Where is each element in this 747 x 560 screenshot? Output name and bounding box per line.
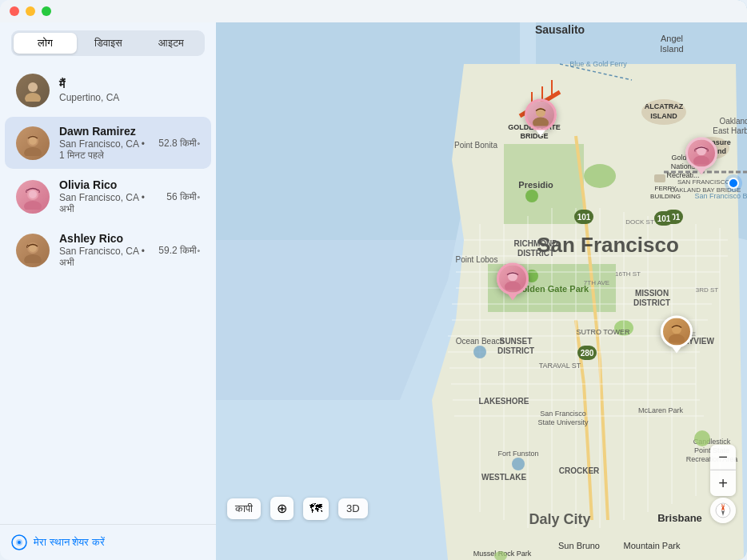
person-location-olivia: San Francisco, CA • अभी (59, 192, 160, 214)
map-pin-me[interactable] (497, 263, 529, 301)
zoom-in-button[interactable]: + (710, 470, 736, 496)
svg-text:7TH AVE: 7TH AVE (584, 279, 609, 286)
svg-text:DISTRICT: DISTRICT (633, 298, 670, 307)
svg-point-116 (533, 118, 549, 126)
svg-point-90 (512, 458, 525, 470)
maximize-button[interactable] (42, 6, 51, 16)
person-item-dawn[interactable]: Dawn Ramirez San Francisco, CA • 1 मिनट … (5, 117, 211, 169)
zoom-out-button[interactable]: − (710, 445, 736, 470)
svg-point-86 (473, 346, 486, 358)
map-type-button[interactable]: 🗺 (303, 498, 329, 520)
person-item-olivia[interactable]: Olivia Rico San Francisco, CA • अभी 56 क… (5, 170, 211, 222)
svg-text:SAN FRANCISCO–: SAN FRANCISCO– (677, 178, 734, 186)
svg-text:Sun Bruno: Sun Bruno (558, 541, 600, 550)
person-info-dawn: Dawn Ramirez San Francisco, CA • 1 मिनट … (59, 125, 152, 161)
svg-point-95 (694, 430, 710, 446)
svg-text:Angel: Angel (661, 34, 683, 43)
person-name-olivia: Olivia Rico (59, 178, 160, 191)
svg-point-118 (693, 156, 709, 165)
sidebar: लोग डिवाइस आइटम मैं Cupertino, CA (0, 0, 216, 560)
svg-text:N: N (721, 503, 725, 508)
person-name-ashley: Ashley Rico (59, 232, 152, 245)
avatar-olivia (16, 180, 50, 214)
svg-text:101: 101 (657, 214, 671, 223)
svg-text:Point Lobos: Point Lobos (456, 255, 498, 264)
svg-text:Brisbane: Brisbane (657, 512, 702, 524)
minimize-button[interactable] (26, 6, 35, 16)
svg-text:DOCK ST: DOCK ST (625, 218, 654, 226)
share-location-icon (11, 534, 27, 550)
svg-text:Island: Island (660, 44, 683, 54)
share-location-label[interactable]: मेरा स्थान शेयर करें (34, 536, 105, 549)
svg-text:RICHMOND: RICHMOND (514, 239, 558, 248)
person-location-me: Cupertino, CA (59, 92, 200, 103)
map-pin-olivia[interactable] (685, 138, 717, 175)
person-distance-dawn: 52.8 किमी॰ (158, 138, 200, 149)
svg-text:Blue & Gold Ferry: Blue & Gold Ferry (569, 60, 627, 68)
person-item-ashley[interactable]: Ashley Rico San Francisco, CA • अभी 59.2… (5, 224, 211, 276)
svg-point-122 (505, 282, 521, 290)
person-info-me: मैं Cupertino, CA (59, 78, 200, 103)
svg-text:CROCKER: CROCKER (559, 466, 600, 475)
svg-point-4 (29, 137, 37, 145)
svg-text:3RD ST: 3RD ST (696, 286, 719, 294)
tab-people[interactable]: लोग (14, 33, 77, 54)
svg-text:16TH ST: 16TH ST (615, 270, 641, 278)
person-item-me[interactable]: मैं Cupertino, CA (5, 66, 211, 115)
svg-text:280: 280 (581, 349, 594, 358)
person-name-dawn: Dawn Ramirez (59, 125, 152, 138)
map-svg: 101 280 101 Sausalito Angel Island GOLDE… (216, 0, 747, 560)
avatar-ashley (16, 234, 50, 267)
svg-point-7 (29, 190, 37, 198)
map-pin-ashley[interactable] (661, 316, 693, 354)
map-pin-avatar-olivia (685, 138, 717, 170)
svg-text:Daly City: Daly City (529, 511, 590, 527)
svg-point-9 (24, 254, 42, 263)
svg-point-6 (24, 201, 42, 210)
svg-text:State University: State University (537, 418, 589, 426)
svg-text:SUNSET: SUNSET (500, 337, 533, 346)
tabs-container: लोग डिवाइस आइटम (11, 30, 205, 56)
avatar-me (16, 74, 50, 107)
location-button[interactable]: ⊕ (270, 497, 294, 520)
people-list: मैं Cupertino, CA Dawn Ramirez San Franc… (0, 62, 216, 524)
map-area[interactable]: 101 280 101 Sausalito Angel Island GOLDE… (216, 0, 747, 560)
sidebar-footer: मेरा स्थान शेयर करें (0, 524, 216, 560)
person-info-olivia: Olivia Rico San Francisco, CA • अभी (59, 178, 160, 214)
svg-text:San Francisco: San Francisco (540, 410, 586, 418)
svg-text:BUILDING: BUILDING (650, 193, 681, 200)
person-location-ashley: San Francisco, CA • अभी (59, 246, 152, 268)
svg-text:SUTRO TOWER: SUTRO TOWER (576, 328, 630, 336)
compass-button[interactable]: N (710, 498, 736, 523)
svg-text:DISTRICT: DISTRICT (497, 346, 534, 355)
svg-text:MISSION: MISSION (635, 289, 669, 298)
person-distance-olivia: 56 किमी॰ (166, 191, 200, 202)
map-controls-bottom: कापी ⊕ 🗺 3D (227, 497, 368, 520)
svg-point-3 (24, 147, 42, 156)
avatar-dawn (16, 126, 50, 160)
svg-text:ISLAND: ISLAND (650, 112, 677, 120)
cancel-button[interactable]: कापी (227, 498, 261, 519)
svg-point-15 (584, 164, 616, 188)
svg-point-13 (18, 541, 21, 544)
svg-rect-46 (654, 174, 665, 182)
close-button[interactable] (10, 6, 19, 16)
svg-text:WESTLAKE: WESTLAKE (481, 473, 526, 482)
svg-point-0 (28, 82, 38, 92)
svg-text:Point Bonita: Point Bonita (454, 141, 497, 150)
svg-text:East Harbor: East Harbor (713, 126, 747, 135)
svg-text:Presidio: Presidio (518, 180, 553, 190)
tab-items[interactable]: आइटम (139, 33, 202, 54)
svg-text:Sausalito: Sausalito (535, 23, 585, 36)
person-name-me: मैं (59, 78, 200, 91)
svg-text:DISTRICT: DISTRICT (517, 249, 554, 258)
svg-point-120 (669, 334, 685, 343)
svg-text:San Francisco: San Francisco (537, 233, 679, 257)
map-zoom-controls: − + (710, 445, 736, 496)
map-pin-dawn[interactable] (525, 99, 557, 137)
svg-point-65 (525, 190, 538, 202)
map-background: 101 280 101 Sausalito Angel Island GOLDE… (216, 0, 747, 560)
map-pin-avatar-me (497, 263, 529, 295)
3d-button[interactable]: 3D (338, 498, 368, 518)
tab-devices[interactable]: डिवाइस (77, 33, 140, 54)
